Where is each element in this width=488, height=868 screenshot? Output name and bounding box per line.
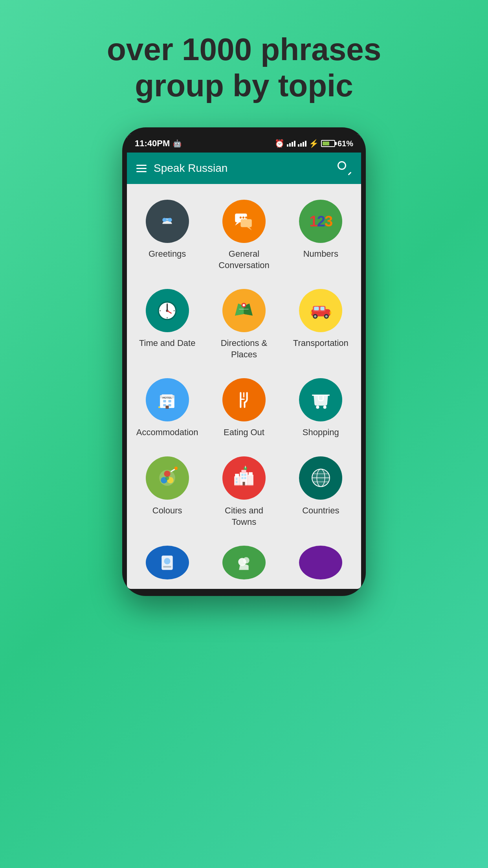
svg-point-52 bbox=[174, 467, 178, 470]
svg-point-26 bbox=[314, 315, 316, 317]
colours-label: Colours bbox=[152, 505, 182, 517]
phone-wrapper: 11:40PM 🤖 ⏰ ⚡ bbox=[122, 127, 366, 596]
headline-line1: over 1000 phrases bbox=[107, 32, 381, 67]
headline: over 1000 phrases group by topic bbox=[107, 31, 381, 104]
battery-percent: 61% bbox=[338, 139, 353, 148]
app-bar: Speak Russian bbox=[127, 153, 361, 184]
svg-rect-23 bbox=[314, 307, 319, 310]
svg-marker-4 bbox=[235, 222, 240, 225]
battery-indicator bbox=[321, 140, 335, 147]
colours-icon bbox=[146, 456, 189, 500]
list-item[interactable]: General Conversation bbox=[207, 192, 280, 277]
transportation-label: Transportation bbox=[293, 338, 349, 349]
svg-rect-57 bbox=[248, 475, 253, 486]
list-item[interactable] bbox=[284, 546, 357, 585]
svg-rect-63 bbox=[242, 477, 244, 479]
headline-line2: group by topic bbox=[135, 68, 353, 103]
eating-out-label: Eating Out bbox=[224, 427, 264, 438]
svg-marker-6 bbox=[247, 227, 252, 230]
app-title: Speak Russian bbox=[154, 162, 227, 175]
list-item[interactable]: Eating Out bbox=[207, 370, 280, 445]
svg-rect-64 bbox=[244, 477, 246, 479]
topics-grid: Greetings General Conversation bbox=[127, 184, 361, 542]
general-conversation-label: General Conversation bbox=[211, 248, 276, 271]
numbers-icon: 123 bbox=[299, 200, 342, 243]
svg-point-1 bbox=[162, 218, 166, 222]
signal-bars-1 bbox=[287, 141, 295, 147]
svg-point-2 bbox=[168, 218, 172, 222]
svg-rect-38 bbox=[166, 406, 169, 409]
cities-and-towns-label: Cities and Towns bbox=[211, 505, 276, 528]
svg-rect-34 bbox=[163, 400, 166, 402]
svg-rect-77 bbox=[163, 566, 171, 567]
phone-screen: 11:40PM 🤖 ⏰ ⚡ bbox=[127, 134, 361, 589]
svg-rect-35 bbox=[169, 400, 171, 402]
svg-rect-62 bbox=[244, 474, 246, 476]
svg-point-8 bbox=[242, 216, 244, 218]
list-item[interactable]: Countries bbox=[284, 449, 357, 534]
svg-rect-29 bbox=[310, 311, 312, 314]
list-item[interactable]: HOTEL Accommodation bbox=[131, 370, 204, 445]
accommodation-label: Accommodation bbox=[136, 427, 198, 438]
bolt-icon: ⚡ bbox=[309, 139, 319, 148]
list-item[interactable]: Shopping bbox=[284, 370, 357, 445]
hamburger-menu[interactable] bbox=[136, 165, 147, 172]
svg-point-44 bbox=[316, 406, 319, 409]
svg-rect-66 bbox=[233, 485, 255, 486]
greetings-label: Greetings bbox=[149, 248, 186, 260]
svg-rect-37 bbox=[169, 404, 171, 406]
transportation-icon bbox=[299, 289, 342, 332]
svg-point-19 bbox=[243, 304, 245, 306]
list-item[interactable]: Greetings bbox=[131, 192, 204, 277]
partial-icon-3 bbox=[299, 546, 342, 579]
svg-rect-39 bbox=[158, 406, 160, 408]
time-display: 11:40PM bbox=[135, 138, 170, 149]
svg-point-28 bbox=[325, 315, 327, 317]
svg-point-9 bbox=[246, 216, 248, 218]
countries-label: Countries bbox=[302, 505, 339, 517]
accommodation-icon: HOTEL bbox=[146, 378, 189, 421]
svg-point-45 bbox=[323, 406, 326, 409]
numbers-label: Numbers bbox=[303, 248, 338, 260]
eating-out-icon bbox=[222, 378, 266, 421]
countries-icon bbox=[299, 456, 342, 500]
list-item[interactable]: 123 Numbers bbox=[284, 192, 357, 277]
general-conversation-icon bbox=[222, 200, 266, 243]
list-item[interactable] bbox=[131, 546, 204, 585]
list-item[interactable]: Colours bbox=[131, 449, 204, 534]
svg-rect-36 bbox=[163, 404, 166, 406]
status-bar: 11:40PM 🤖 ⏰ ⚡ bbox=[127, 134, 361, 153]
partial-icon-2 bbox=[222, 546, 266, 579]
list-item[interactable]: Cities and Towns bbox=[207, 449, 280, 534]
svg-rect-5 bbox=[241, 219, 252, 227]
time-and-date-icon bbox=[146, 289, 189, 332]
search-button[interactable] bbox=[338, 161, 352, 175]
svg-rect-54 bbox=[235, 474, 239, 477]
svg-line-51 bbox=[171, 469, 175, 472]
svg-text:HOTEL: HOTEL bbox=[163, 396, 172, 399]
signal-bars-2 bbox=[298, 141, 306, 147]
svg-rect-40 bbox=[161, 394, 172, 397]
greetings-icon bbox=[146, 200, 189, 243]
svg-rect-59 bbox=[236, 478, 238, 480]
partial-icon-1 bbox=[146, 546, 189, 579]
alarm-icon: ⏰ bbox=[275, 139, 284, 148]
svg-point-79 bbox=[243, 557, 250, 563]
svg-point-76 bbox=[164, 558, 171, 564]
directions-places-label: Directions & Places bbox=[211, 338, 276, 360]
partial-row bbox=[127, 542, 361, 589]
svg-point-7 bbox=[240, 216, 242, 218]
svg-rect-61 bbox=[242, 474, 244, 476]
svg-rect-58 bbox=[249, 473, 253, 476]
list-item[interactable]: Directions & Places bbox=[207, 281, 280, 366]
shopping-icon bbox=[299, 378, 342, 421]
svg-rect-56 bbox=[242, 470, 246, 473]
notification-icon: 🤖 bbox=[173, 139, 182, 148]
svg-rect-24 bbox=[320, 307, 324, 310]
svg-point-47 bbox=[164, 471, 171, 477]
list-item[interactable]: Transportation bbox=[284, 281, 357, 366]
list-item[interactable] bbox=[207, 546, 280, 585]
svg-point-50 bbox=[165, 476, 169, 480]
time-and-date-label: Time and Date bbox=[139, 338, 195, 349]
list-item[interactable]: Time and Date bbox=[131, 281, 204, 366]
